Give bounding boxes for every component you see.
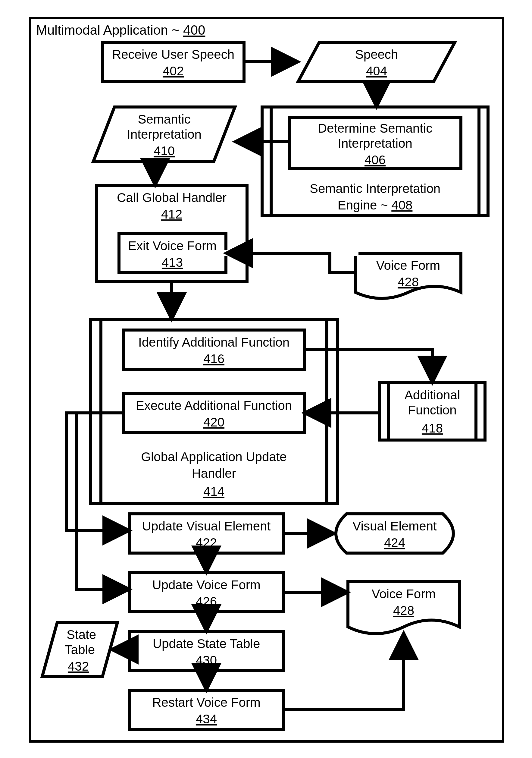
node-418-ref: 418 — [422, 421, 443, 435]
node-426-l1: Update Voice Form — [152, 578, 261, 592]
node-424-l1: Visual Element — [352, 519, 437, 533]
node-406-ref: 406 — [364, 153, 385, 167]
node-416-l1: Identify Additional Function — [138, 335, 289, 349]
edge-420-426 — [77, 413, 130, 589]
node-408-l1: Semantic Interpretation — [310, 182, 441, 195]
node-422-l1: Update Visual Element — [142, 519, 271, 533]
node-404-ref: 404 — [366, 64, 387, 78]
node-428-top-ref: 428 — [398, 275, 419, 289]
node-412-l1: Call Global Handler — [117, 190, 226, 205]
node-430-ref: 430 — [196, 653, 217, 667]
node-416-ref: 416 — [203, 352, 224, 366]
node-418-l2: Function — [408, 403, 456, 417]
node-413-l1: Exit Voice Form — [128, 239, 216, 253]
node-404-label: Speech — [355, 47, 398, 61]
edge-416-418 — [304, 350, 432, 383]
node-414-ref: 414 — [203, 484, 224, 499]
node-410-l2: Interpretation — [127, 127, 202, 141]
node-432-l2: Table — [65, 642, 95, 657]
node-420-l1: Execute Additional Function — [136, 398, 292, 413]
node-406-l1: Determine Semantic — [318, 121, 432, 135]
node-418-l1: Additional — [405, 388, 460, 402]
node-410-l1: Semantic — [138, 112, 190, 126]
node-432-l1: State — [67, 628, 96, 642]
node-402-ref: 402 — [163, 64, 184, 78]
node-434-l1: Restart Voice Form — [152, 695, 260, 709]
node-414-l2: Handler — [192, 466, 236, 480]
node-406-l2: Interpretation — [338, 136, 413, 151]
node-428-bottom-l1: Voice Form — [372, 587, 436, 601]
node-432-ref: 432 — [68, 659, 89, 673]
node-410-ref: 410 — [154, 144, 175, 158]
node-430-l1: Update State Table — [153, 637, 260, 651]
node-434-ref: 434 — [196, 712, 217, 726]
flowchart: Multimodal Application ~ 400 Receive Use… — [0, 0, 532, 758]
node-428-top-l1: Voice Form — [376, 258, 440, 272]
node-422-ref: 422 — [196, 535, 217, 550]
node-424-ref: 424 — [384, 535, 405, 550]
node-420-ref: 420 — [203, 415, 224, 429]
node-408-l2: Engine ~ 408 — [338, 198, 413, 212]
node-402-label: Receive User Speech — [112, 47, 234, 61]
node-428-bottom-ref: 428 — [393, 603, 414, 618]
node-412-ref: 412 — [161, 207, 182, 221]
edge-434-428 — [283, 633, 404, 710]
node-414-l1: Global Application Update — [141, 450, 286, 464]
title: Multimodal Application ~ 400 — [36, 22, 205, 37]
node-413-ref: 413 — [162, 255, 183, 269]
node-426-ref: 426 — [196, 594, 217, 608]
